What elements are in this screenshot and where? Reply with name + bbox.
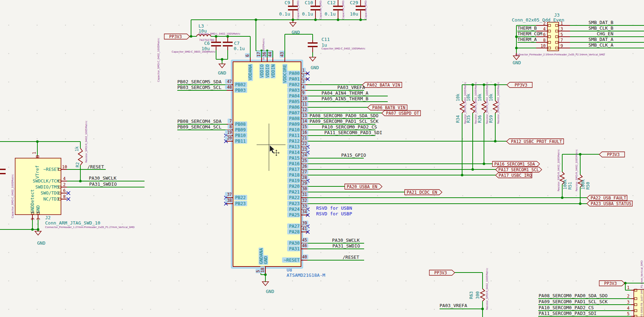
pin-name-PB23[interactable]: PB23 bbox=[235, 201, 246, 206]
gnd-symbol[interactable] bbox=[513, 56, 520, 60]
net-label[interactable]: PB08_SERCOM4_SDA bbox=[177, 119, 221, 124]
pin-number[interactable]: 26 bbox=[302, 164, 307, 169]
component-field[interactable]: C7 bbox=[234, 41, 240, 46]
net-label[interactable]: PB03_SERCOM5_SCL bbox=[177, 85, 221, 90]
component-field[interactable]: C10 bbox=[305, 0, 313, 5]
component-field[interactable]: ~RESET bbox=[43, 167, 60, 172]
pin-number[interactable]: 2 bbox=[627, 294, 630, 299]
capacitor-C9[interactable] bbox=[288, 9, 298, 11]
pin-number[interactable]: 33 bbox=[302, 204, 307, 209]
pin-name-PB03[interactable]: PB03 bbox=[235, 88, 246, 93]
footprint-field-vertical[interactable]: Capacitor_SMD:C_0402_1005Metric bbox=[11, 174, 14, 218]
global-label-text[interactable]: PP3V3 bbox=[515, 83, 527, 88]
net-label[interactable]: PA09_SERCOM0_PAD1_SCL_SCK bbox=[539, 299, 608, 304]
pin-name-PA13[interactable]: PA13 bbox=[289, 144, 300, 149]
net-label[interactable]: THERM_B bbox=[517, 25, 537, 31]
capacitor-C29[interactable] bbox=[356, 6, 366, 7]
footprint-field[interactable]: Capacitor_SMD:C_0402_1005Metric bbox=[321, 47, 366, 50]
global-label-text[interactable]: PP3V3 bbox=[434, 270, 447, 275]
pin-number[interactable]: 9 bbox=[302, 90, 305, 95]
footprint-field-vertical[interactable]: Capacitor_SMD:C_0402_1005Metric bbox=[319, 0, 322, 19]
pin-number[interactable]: 39 bbox=[302, 221, 307, 226]
footprint-field-vertical[interactable]: Resistor_SMD:R_0402_1005Metric bbox=[486, 82, 489, 124]
pin-name-PA05[interactable]: PA05 bbox=[289, 99, 300, 104]
gnd-symbol[interactable] bbox=[262, 282, 269, 286]
net-label[interactable]: THERM_COM bbox=[517, 31, 542, 36]
gnd-symbol[interactable] bbox=[309, 57, 316, 61]
pin-number[interactable]: 30 bbox=[302, 186, 307, 191]
component-field[interactable]: 0.1u bbox=[302, 11, 313, 17]
net-label[interactable]: PA09_SERCOM0_PAD1_SCL_SCK bbox=[309, 119, 379, 124]
footprint-field[interactable]: Inductor_SMD:L_0402_1005Metric bbox=[198, 32, 240, 35]
footprint-field-vertical[interactable]: Resistor_SMD:R_0402_1005Metric bbox=[557, 149, 560, 191]
net-label[interactable]: PA11_SERCOM0_PAD3_SDI bbox=[324, 130, 382, 135]
pin-number[interactable]: 20 bbox=[227, 136, 232, 140]
gnd-label[interactable]: GND bbox=[513, 60, 521, 65]
pin-number[interactable]: 12 bbox=[302, 107, 307, 112]
footprint-field-vertical[interactable]: Capacitor_SMD:C_0402_1005Metric bbox=[297, 0, 300, 19]
capacitor-C12[interactable] bbox=[333, 6, 343, 7]
pin-name-PA27[interactable]: PA27 bbox=[289, 223, 300, 229]
net-label[interactable]: PA30_SWCLK bbox=[332, 238, 360, 243]
footprint-field-vertical[interactable]: TE-SRSS-TB_1x07-1MP_P1.0mm_Vertical_SMD bbox=[640, 261, 643, 317]
pin-number[interactable]: 37 bbox=[227, 192, 232, 197]
pin-name-PA31[interactable]: PA31 bbox=[289, 246, 300, 251]
component-field-vertical[interactable]: R34 bbox=[455, 115, 460, 123]
pin-number[interactable]: 40 bbox=[302, 255, 307, 259]
global-label-text[interactable]: PA23_USBA_STATUS bbox=[591, 201, 632, 206]
global-label-text[interactable]: PA06_BATB_VIN bbox=[372, 105, 405, 110]
component-field-vertical[interactable]: R2 bbox=[75, 162, 80, 167]
pin-number[interactable]: 22 bbox=[302, 141, 307, 146]
pin-name-PB11[interactable]: PB11 bbox=[235, 138, 246, 144]
component-field[interactable]: C11 bbox=[321, 37, 330, 42]
component-field-vertical[interactable]: 10k bbox=[455, 94, 460, 101]
component-field-vertical[interactable]: R50 bbox=[585, 182, 590, 190]
capacitor-C11[interactable] bbox=[308, 42, 318, 44]
gnd-label[interactable]: GND bbox=[292, 30, 300, 35]
pin-number[interactable]: 1 bbox=[302, 68, 305, 73]
pin-number[interactable]: 32 bbox=[302, 198, 307, 203]
pin-number[interactable]: 19 bbox=[227, 130, 232, 135]
pin-number[interactable]: 8 bbox=[229, 124, 232, 129]
pin-name-PA24[interactable]: PA24 bbox=[289, 207, 300, 212]
pin-number[interactable]: 47 bbox=[227, 79, 232, 84]
component-field-vertical[interactable]: R63 bbox=[469, 291, 474, 299]
capacitor-C12[interactable] bbox=[333, 9, 343, 11]
pin-number[interactable]: 8 bbox=[63, 194, 66, 199]
pin-number[interactable]: 31 bbox=[302, 192, 307, 197]
pin-name-PA19[interactable]: PA19 bbox=[289, 178, 300, 183]
global-label-text[interactable]: PA17_USBC_IRQ bbox=[499, 173, 532, 178]
pin-number[interactable]: 3 bbox=[627, 300, 630, 305]
pin-name-PB02[interactable]: PB02 bbox=[235, 82, 246, 87]
pin-name-PA09[interactable]: PA09 bbox=[289, 121, 300, 127]
pin-name-PB08[interactable]: PB08 bbox=[235, 121, 246, 127]
component-field-vertical[interactable]: GND bbox=[35, 205, 41, 213]
footprint-field-vertical[interactable]: Resistor_SMD:R_0402_1005Metric bbox=[497, 82, 500, 124]
component-field-vertical[interactable]: 10k bbox=[477, 94, 482, 101]
pin-number[interactable]: 34 bbox=[302, 209, 307, 214]
pin-name-PA16[interactable]: PA16 bbox=[289, 161, 300, 166]
footprint-field-vertical[interactable]: Resistor_SMD:R_0402_1005Metric bbox=[474, 82, 477, 124]
net-label[interactable]: /RESET bbox=[87, 164, 104, 169]
net-label[interactable]: PB09_SERCOM4_SCL bbox=[177, 124, 221, 130]
net-label[interactable]: PA15_GPIO bbox=[341, 152, 366, 158]
component-field-vertical[interactable]: 9 bbox=[30, 218, 35, 220]
pin-name-PA04[interactable]: PA04 bbox=[289, 93, 300, 98]
component-field[interactable]: J3 bbox=[554, 12, 560, 18]
pin-name-PB09[interactable]: PB09 bbox=[235, 127, 246, 132]
component-field-vertical[interactable]: R51 bbox=[568, 182, 572, 190]
component-field[interactable]: SWDIO/TMS bbox=[35, 184, 59, 190]
note-text[interactable]: RSVD for USBP bbox=[316, 211, 352, 216]
capacitor-edge-plate[interactable] bbox=[0, 173, 6, 174]
footprint-field[interactable]: 742702780 bbox=[199, 38, 214, 42]
component-field-vertical[interactable]: GNDDetect bbox=[30, 189, 35, 213]
pin-number[interactable]: 2 bbox=[63, 182, 66, 187]
pin-number[interactable]: 8 bbox=[543, 38, 546, 43]
pin-number[interactable]: 4 bbox=[63, 176, 66, 181]
net-label[interactable]: /RESET bbox=[343, 255, 359, 260]
pin-number[interactable]: 9 bbox=[560, 43, 563, 48]
component-field[interactable]: 0.1u bbox=[279, 11, 290, 17]
gnd-label[interactable]: GND bbox=[311, 65, 319, 70]
component-field-vertical[interactable]: 3 bbox=[36, 218, 41, 220]
net-label[interactable]: PA30_SWCLK bbox=[89, 175, 116, 181]
